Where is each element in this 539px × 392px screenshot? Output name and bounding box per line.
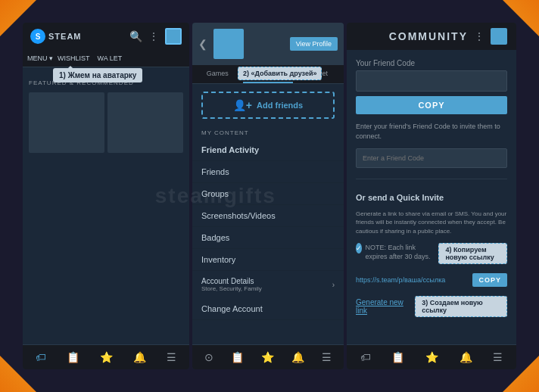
avatar[interactable] bbox=[165, 28, 182, 45]
menu-item-screenshots[interactable]: Screenshots/Videos bbox=[192, 205, 344, 227]
your-friend-code-label: Your Friend Code bbox=[356, 59, 507, 67]
back-button[interactable]: ❮ bbox=[198, 38, 207, 50]
community-more-icon[interactable]: ⋮ bbox=[474, 30, 484, 42]
nav-bar: MENU ▾ WISHLIST WA LET bbox=[23, 50, 189, 67]
note-text: NOTE: Each link expires after 30 days. bbox=[365, 243, 435, 262]
view-profile-button[interactable]: View Profile bbox=[290, 37, 338, 51]
community-title: COMMUNITY bbox=[356, 30, 468, 42]
wishlist-nav[interactable]: WISHLIST bbox=[55, 53, 93, 64]
menu-item-friend-activity[interactable]: Friend Activity bbox=[192, 139, 344, 161]
mid-bottom-icon-2[interactable]: 📋 bbox=[231, 351, 244, 363]
menu-list: Friend Activity Friends Groups Screensho… bbox=[192, 139, 344, 344]
add-friends-button[interactable]: 👤+ Add friends bbox=[201, 92, 335, 119]
left-panel: S STEAM 🔍 ⋮ MENU ▾ WISHLIST WA LET 1) Жм… bbox=[23, 23, 189, 369]
featured-img-1 bbox=[29, 92, 104, 153]
annotation-3: 3) Создаем новую ссылку bbox=[415, 296, 507, 317]
profile-avatar bbox=[213, 29, 244, 59]
annotation-2: 2) «Добавить друзей» bbox=[238, 67, 322, 80]
community-avatar[interactable] bbox=[491, 28, 507, 45]
link-row: https://s.team/p/ваша/ссылка COPY bbox=[356, 273, 507, 287]
wallet-nav[interactable]: WA LET bbox=[95, 53, 126, 64]
tooltip-1: 1) Жмем на аватарку bbox=[53, 68, 142, 82]
left-content: FEATURED & RECOMMENDED bbox=[23, 67, 189, 344]
more-icon[interactable]: ⋮ bbox=[148, 30, 159, 42]
tab-games[interactable]: Games bbox=[192, 65, 243, 83]
menu-nav[interactable]: MENU ▾ bbox=[27, 53, 53, 64]
steam-header: S STEAM 🔍 ⋮ bbox=[23, 23, 189, 50]
steam-logo: S STEAM bbox=[30, 29, 82, 44]
mid-bottom-icon-1[interactable]: ⊙ bbox=[204, 351, 213, 363]
main-container: S STEAM 🔍 ⋮ MENU ▾ WISHLIST WA LET 1) Жм… bbox=[23, 23, 516, 369]
friend-code-input[interactable] bbox=[356, 70, 507, 92]
menu-item-account[interactable]: Account Details Store, Security, Family … bbox=[192, 271, 344, 298]
mid-bottom-icon-3[interactable]: ⭐ bbox=[261, 351, 274, 363]
arrow-icon: › bbox=[332, 281, 335, 289]
featured-images bbox=[29, 92, 183, 338]
add-friends-label: Add friends bbox=[257, 101, 303, 110]
divider bbox=[356, 179, 507, 179]
note-row: ✓ NOTE: Each link expires after 30 days.… bbox=[356, 243, 507, 266]
bottom-icon-list[interactable]: 📋 bbox=[67, 351, 79, 363]
menu-item-friends[interactable]: Friends bbox=[192, 161, 344, 183]
header-icons: 🔍 ⋮ bbox=[129, 28, 182, 45]
right-bottom-icon-2[interactable]: 📋 bbox=[391, 351, 404, 363]
bottom-nav-middle: ⊙ 📋 ⭐ 🔔 ☰ bbox=[192, 344, 344, 369]
invite-desc: Enter your friend's Friend Code to invit… bbox=[356, 122, 507, 141]
community-content: Your Friend Code COPY Enter your friend'… bbox=[347, 50, 516, 344]
account-details-label: Account Details bbox=[201, 277, 262, 285]
profile-header: ❮ View Profile bbox=[192, 23, 344, 65]
copy-button-2[interactable]: COPY bbox=[472, 273, 507, 287]
menu-item-inventory[interactable]: Inventory bbox=[192, 249, 344, 271]
account-details-sub: Store, Security, Family bbox=[201, 285, 262, 292]
mid-bottom-icon-5[interactable]: ☰ bbox=[322, 351, 332, 363]
bottom-icon-star[interactable]: ⭐ bbox=[100, 351, 113, 363]
check-icon: ✓ bbox=[356, 243, 362, 254]
friend-code-section: Your Friend Code COPY bbox=[356, 59, 507, 114]
bottom-icon-tag[interactable]: 🏷 bbox=[36, 351, 46, 363]
bottom-icon-bell[interactable]: 🔔 bbox=[133, 351, 146, 363]
right-panel: COMMUNITY ⋮ Your Friend Code COPY Enter … bbox=[347, 23, 516, 369]
middle-panel: ❮ View Profile 2) «Добавить друзей» Game… bbox=[192, 23, 344, 369]
bottom-nav-right: 🏷 📋 ⭐ 🔔 ☰ bbox=[347, 344, 516, 369]
menu-item-badges[interactable]: Badges bbox=[192, 227, 344, 249]
add-friends-icon: 👤+ bbox=[233, 99, 252, 111]
right-bottom-icon-3[interactable]: ⭐ bbox=[425, 351, 438, 363]
my-content-label: MY CONTENT bbox=[192, 126, 344, 139]
right-bottom-icon-5[interactable]: ☰ bbox=[493, 351, 503, 363]
quick-invite-desc: Generate a link to share via email or SM… bbox=[356, 210, 507, 235]
copy-button-1[interactable]: COPY bbox=[356, 96, 507, 114]
search-icon[interactable]: 🔍 bbox=[129, 30, 142, 42]
menu-item-change-account[interactable]: Change Account bbox=[192, 298, 344, 320]
bottom-nav-left: 🏷 📋 ⭐ 🔔 ☰ bbox=[23, 344, 189, 369]
link-url: https://s.team/p/ваша/ссылка bbox=[356, 276, 468, 284]
bottom-icon-menu[interactable]: ☰ bbox=[167, 351, 176, 363]
quick-invite-label: Or send a Quick Invite bbox=[356, 193, 507, 202]
annotation-4: 4) Копируем новую ссылку bbox=[438, 243, 507, 264]
mid-bottom-icon-4[interactable]: 🔔 bbox=[291, 351, 304, 363]
featured-img-2 bbox=[107, 92, 183, 153]
right-bottom-icon-4[interactable]: 🔔 bbox=[460, 351, 472, 363]
enter-friend-code-input[interactable] bbox=[356, 148, 507, 168]
steam-label: STEAM bbox=[48, 32, 82, 41]
right-bottom-icon-1[interactable]: 🏷 bbox=[360, 351, 371, 363]
generate-row: Generate new link 3) Создаем новую ссылк… bbox=[356, 294, 507, 317]
steam-icon: S bbox=[30, 29, 45, 44]
menu-item-groups[interactable]: Groups bbox=[192, 183, 344, 205]
generate-link-button[interactable]: Generate new link bbox=[356, 298, 410, 315]
community-header: COMMUNITY ⋮ bbox=[347, 23, 516, 50]
